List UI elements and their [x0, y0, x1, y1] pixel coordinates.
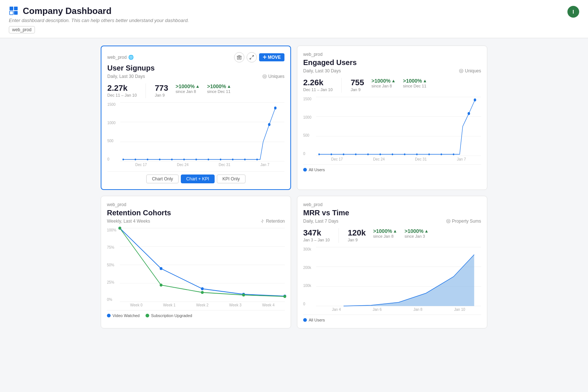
kpi-main-range-mrr: Jan 3 – Jan 10: [303, 238, 330, 242]
legend-dot-mrr: [303, 318, 307, 322]
page-header: Company Dashboard Enter dashboard descri…: [0, 0, 588, 38]
user-signups-title: User Signups: [107, 64, 284, 72]
arrow-up-icon: ▲: [196, 84, 200, 89]
chart-only-button[interactable]: Chart Only: [146, 175, 178, 183]
move-icon: ✛: [263, 55, 266, 60]
retention-subtitle: Weekly, Last 4 Weeks Retention: [107, 219, 285, 224]
svg-point-30: [274, 107, 277, 109]
legend-dot-blue: [303, 168, 307, 172]
kpi-main: 2.27k Dec 11 – Jan 10: [107, 83, 137, 97]
svg-point-32: [460, 70, 462, 72]
engaged-users-title: Engaged Users: [303, 58, 481, 67]
svg-point-64: [242, 294, 245, 296]
kpi-only-button[interactable]: KPI Only: [217, 175, 245, 183]
card-actions-user-signups: ✛ ✛ MOVE: [234, 52, 284, 62]
legend-dot-subscription: [146, 314, 149, 317]
svg-point-62: [160, 284, 162, 287]
svg-point-45: [416, 154, 417, 155]
svg-point-61: [118, 227, 121, 230]
user-avatar[interactable]: I: [567, 6, 579, 18]
trash-icon: [237, 55, 242, 60]
user-signups-chart: 1500 1000 500 0: [107, 103, 284, 161]
y-axis-labels-engaged: 1500 1000 500 0: [303, 97, 316, 156]
kpi-secondary-value: 773: [155, 83, 168, 93]
y-axis-labels: 1500 1000 500 0: [107, 103, 120, 161]
mrr-vs-time-card: web_prod MRR vs Time Daily, Last 7 Days …: [297, 196, 487, 328]
kpi-main-value-mrr: 347k: [303, 228, 330, 238]
svg-point-42: [380, 154, 381, 155]
kpi-change1-mrr: >1000% ▲ since Jan 8: [373, 228, 397, 238]
kpi-secondary-engaged: 755 Jan 9: [351, 78, 364, 92]
kpi-secondary-value-mrr: 120k: [348, 228, 366, 238]
svg-point-24: [208, 159, 209, 161]
globe-icon: 🌐: [128, 55, 134, 60]
header-tag[interactable]: web_prod: [9, 26, 35, 33]
svg-point-18: [135, 159, 136, 161]
uniques-icon-engaged: [459, 69, 463, 73]
svg-rect-3: [14, 11, 18, 15]
legend-video-watched: Video Watched: [107, 313, 140, 318]
kpi-divider-engaged: [341, 78, 342, 93]
chart-kpi-button[interactable]: Chart + KPI: [181, 175, 215, 183]
svg-rect-1: [14, 7, 18, 10]
kpi-change2-value: >1000% ▲: [207, 83, 232, 89]
y-axis-mrr: 300k 200k 100k 0: [303, 247, 316, 306]
kpi-main-mrr: 347k Jan 3 – Jan 10: [303, 228, 330, 242]
card-source-user-signups: web_prod 🌐: [107, 55, 134, 60]
engaged-users-chart: 1500 1000 500 0: [303, 97, 481, 156]
delete-button[interactable]: [234, 52, 244, 62]
x-axis-labels: Dec 17 Dec 24 Dec 31 Jan 7: [107, 163, 284, 167]
arrow-up-mrr1: ▲: [393, 229, 397, 234]
legend-subscription-upgraded: Subscription Upgraded: [146, 313, 192, 318]
mrr-chart-svg: [316, 247, 481, 306]
svg-point-19: [147, 159, 148, 161]
mrr-kpi-row: 347k Jan 3 – Jan 10 120k Jan 9 >1000% ▲ …: [303, 228, 481, 243]
svg-point-26: [232, 159, 233, 161]
grid-icon: [9, 6, 19, 16]
move-button[interactable]: ✛ ✛ MOVE: [259, 53, 284, 61]
engaged-users-card: web_prod Engaged Users Daily, Last 30 Da…: [297, 46, 487, 190]
svg-point-63: [201, 291, 204, 294]
svg-point-21: [171, 159, 173, 161]
retention-title: Retention Cohorts: [107, 209, 285, 217]
svg-point-40: [355, 154, 356, 155]
kpi-main-range: Dec 11 – Jan 10: [107, 93, 137, 97]
svg-point-11: [263, 75, 266, 78]
kpi-change1-label-engaged: since Jan 8: [372, 84, 396, 88]
retention-chart: 100% 75% 50% 25% 0%: [107, 228, 285, 302]
kpi-change2-label: since Dec 11: [207, 89, 232, 94]
retention-metric-icon: Retention: [260, 219, 285, 224]
kpi-secondary-label: Jan 9: [155, 93, 168, 97]
dashboard-grid: web_prod 🌐: [92, 38, 496, 336]
svg-point-23: [196, 159, 197, 161]
x-axis-labels-engaged: Dec 17 Dec 24 Dec 31 Jan 7: [303, 157, 481, 161]
card-source-retention: web_prod: [107, 202, 126, 207]
kpi-change2-engaged: >1000% ▲ since Dec 11: [403, 78, 427, 88]
kpi-secondary-label-engaged: Jan 9: [351, 87, 364, 92]
kpi-divider: [146, 83, 146, 98]
svg-point-41: [367, 154, 369, 155]
resize-button[interactable]: [247, 52, 257, 62]
retention-icon: [260, 219, 265, 223]
svg-point-48: [453, 154, 454, 155]
y-axis-retention: 100% 75% 50% 25% 0%: [107, 228, 120, 302]
property-icon: [446, 219, 451, 223]
retention-cohorts-card: web_prod Retention Cohorts Weekly, Last …: [101, 196, 291, 328]
metric-type-engaged: Uniques: [459, 68, 481, 73]
arrow-up-icon2: ▲: [227, 84, 231, 89]
svg-point-27: [244, 159, 245, 161]
kpi-change1: >1000% ▲ since Jan 8: [176, 83, 200, 94]
kpi-main-engaged: 2.26k Dec 11 – Jan 10: [303, 78, 333, 92]
svg-point-28: [256, 159, 258, 161]
svg-rect-2: [10, 11, 13, 15]
kpi-secondary-mrr: 120k Jan 9: [348, 228, 366, 242]
svg-point-25: [220, 159, 221, 161]
arrow-up-icon-e1: ▲: [391, 78, 396, 83]
chart-toggle-row: Chart Only Chart + KPI KPI Only: [107, 171, 284, 183]
kpi-change2-label-mrr: since Jan 3: [405, 234, 429, 238]
user-signups-subtitle: Daily, Last 30 Days Uniques: [107, 74, 284, 79]
card-source-mrr: web_prod: [303, 202, 323, 207]
kpi-secondary: 773 Jan 9: [155, 83, 168, 97]
svg-point-46: [429, 154, 430, 155]
svg-point-47: [441, 154, 442, 155]
